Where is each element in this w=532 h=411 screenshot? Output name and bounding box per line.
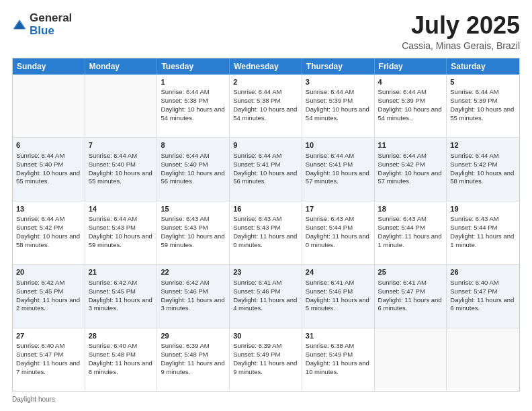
day-info: Sunrise: 6:39 AM Sunset: 5:48 PM Dayligh… (161, 342, 224, 375)
cal-cell: 16Sunrise: 6:43 AM Sunset: 5:43 PM Dayli… (230, 201, 302, 264)
day-info: Sunrise: 6:40 AM Sunset: 5:48 PM Dayligh… (89, 342, 152, 375)
day-number: 27 (16, 331, 81, 341)
day-number: 11 (378, 140, 443, 150)
cal-cell: 20Sunrise: 6:42 AM Sunset: 5:45 PM Dayli… (13, 265, 85, 327)
day-info: Sunrise: 6:42 AM Sunset: 5:46 PM Dayligh… (161, 279, 224, 312)
cal-cell: 18Sunrise: 6:43 AM Sunset: 5:44 PM Dayli… (375, 201, 447, 264)
cal-cell: 31Sunrise: 6:38 AM Sunset: 5:49 PM Dayli… (302, 328, 375, 391)
day-number: 9 (233, 140, 298, 150)
day-info: Sunrise: 6:44 AM Sunset: 5:40 PM Dayligh… (16, 152, 80, 185)
day-number: 1 (161, 77, 226, 87)
day-number: 17 (306, 204, 371, 214)
day-info: Sunrise: 6:40 AM Sunset: 5:47 PM Dayligh… (450, 279, 514, 312)
cal-header-cell: Thursday (302, 58, 375, 75)
day-number: 19 (450, 204, 516, 214)
cal-cell: 29Sunrise: 6:39 AM Sunset: 5:48 PM Dayli… (157, 328, 230, 391)
cal-cell: 3Sunrise: 6:44 AM Sunset: 5:39 PM Daylig… (302, 75, 375, 137)
day-number: 16 (233, 204, 298, 214)
day-number: 12 (450, 140, 516, 150)
day-info: Sunrise: 6:44 AM Sunset: 5:38 PM Dayligh… (161, 88, 224, 121)
day-info: Sunrise: 6:43 AM Sunset: 5:43 PM Dayligh… (161, 215, 224, 248)
logo-blue: Blue (30, 24, 54, 37)
day-info: Sunrise: 6:44 AM Sunset: 5:41 PM Dayligh… (233, 152, 297, 185)
day-info: Sunrise: 6:44 AM Sunset: 5:42 PM Dayligh… (450, 152, 514, 185)
day-info: Sunrise: 6:43 AM Sunset: 5:43 PM Dayligh… (233, 215, 297, 248)
sub-title: Cassia, Minas Gerais, Brazil (402, 40, 520, 51)
cal-cell (447, 328, 519, 391)
day-number: 30 (233, 331, 298, 341)
day-info: Sunrise: 6:44 AM Sunset: 5:42 PM Dayligh… (16, 215, 80, 248)
cal-cell: 25Sunrise: 6:41 AM Sunset: 5:47 PM Dayli… (375, 265, 447, 327)
cal-header-cell: Wednesday (230, 58, 302, 75)
day-number: 24 (306, 267, 371, 277)
cal-week: 27Sunrise: 6:40 AM Sunset: 5:47 PM Dayli… (13, 328, 519, 391)
cal-cell: 6Sunrise: 6:44 AM Sunset: 5:40 PM Daylig… (13, 138, 85, 200)
day-number: 29 (161, 331, 226, 341)
cal-cell: 26Sunrise: 6:40 AM Sunset: 5:47 PM Dayli… (447, 265, 519, 327)
day-number: 25 (378, 267, 443, 277)
title-block: July 2025 Cassia, Minas Gerais, Brazil (402, 12, 520, 51)
cal-cell: 19Sunrise: 6:43 AM Sunset: 5:44 PM Dayli… (447, 201, 519, 264)
cal-cell: 21Sunrise: 6:42 AM Sunset: 5:45 PM Dayli… (85, 265, 158, 327)
cal-cell: 14Sunrise: 6:44 AM Sunset: 5:43 PM Dayli… (85, 201, 158, 264)
cal-header-cell: Saturday (447, 58, 519, 75)
day-number: 28 (89, 331, 154, 341)
cal-header-cell: Friday (375, 58, 447, 75)
day-info: Sunrise: 6:44 AM Sunset: 5:40 PM Dayligh… (89, 152, 152, 185)
day-info: Sunrise: 6:44 AM Sunset: 5:40 PM Dayligh… (161, 152, 224, 185)
day-info: Sunrise: 6:41 AM Sunset: 5:46 PM Dayligh… (233, 279, 297, 312)
day-info: Sunrise: 6:39 AM Sunset: 5:49 PM Dayligh… (233, 342, 297, 375)
cal-header-cell: Sunday (13, 58, 85, 75)
day-info: Sunrise: 6:43 AM Sunset: 5:44 PM Dayligh… (306, 215, 369, 248)
calendar-header-row: SundayMondayTuesdayWednesdayThursdayFrid… (13, 58, 519, 75)
day-number: 13 (16, 204, 81, 214)
day-number: 18 (378, 204, 443, 214)
calendar-body: 1Sunrise: 6:44 AM Sunset: 5:38 PM Daylig… (13, 75, 519, 391)
cal-cell: 8Sunrise: 6:44 AM Sunset: 5:40 PM Daylig… (157, 138, 230, 200)
day-info: Sunrise: 6:44 AM Sunset: 5:41 PM Dayligh… (306, 152, 369, 185)
day-number: 22 (161, 267, 226, 277)
footer: Daylight hours (12, 396, 520, 403)
logo-text: General Blue (30, 12, 72, 37)
day-info: Sunrise: 6:42 AM Sunset: 5:45 PM Dayligh… (89, 279, 152, 312)
day-info: Sunrise: 6:40 AM Sunset: 5:47 PM Dayligh… (16, 342, 80, 375)
day-number: 5 (450, 77, 516, 87)
cal-cell: 17Sunrise: 6:43 AM Sunset: 5:44 PM Dayli… (302, 201, 375, 264)
cal-header-cell: Monday (85, 58, 158, 75)
calendar: SundayMondayTuesdayWednesdayThursdayFrid… (12, 58, 520, 392)
daylight-label: Daylight hours (12, 396, 55, 403)
cal-cell (375, 328, 447, 391)
day-info: Sunrise: 6:43 AM Sunset: 5:44 PM Dayligh… (378, 215, 442, 248)
day-info: Sunrise: 6:44 AM Sunset: 5:38 PM Dayligh… (233, 88, 297, 121)
cal-cell: 15Sunrise: 6:43 AM Sunset: 5:43 PM Dayli… (157, 201, 230, 264)
day-number: 2 (233, 77, 298, 87)
cal-week: 6Sunrise: 6:44 AM Sunset: 5:40 PM Daylig… (13, 138, 519, 201)
logo: General Blue (12, 12, 72, 37)
day-number: 21 (89, 267, 154, 277)
cal-cell: 5Sunrise: 6:44 AM Sunset: 5:39 PM Daylig… (447, 75, 519, 137)
logo-general: General (30, 11, 72, 24)
cal-week: 20Sunrise: 6:42 AM Sunset: 5:45 PM Dayli… (13, 265, 519, 328)
cal-cell: 4Sunrise: 6:44 AM Sunset: 5:39 PM Daylig… (375, 75, 447, 137)
day-info: Sunrise: 6:44 AM Sunset: 5:42 PM Dayligh… (378, 152, 442, 185)
day-number: 20 (16, 267, 81, 277)
day-number: 4 (378, 77, 443, 87)
cal-cell: 27Sunrise: 6:40 AM Sunset: 5:47 PM Dayli… (13, 328, 85, 391)
day-info: Sunrise: 6:41 AM Sunset: 5:47 PM Dayligh… (378, 279, 442, 312)
cal-week: 1Sunrise: 6:44 AM Sunset: 5:38 PM Daylig… (13, 75, 519, 138)
day-number: 3 (306, 77, 371, 87)
day-number: 26 (450, 267, 516, 277)
cal-cell: 9Sunrise: 6:44 AM Sunset: 5:41 PM Daylig… (230, 138, 302, 200)
day-info: Sunrise: 6:43 AM Sunset: 5:44 PM Dayligh… (450, 215, 514, 248)
day-number: 7 (89, 140, 154, 150)
cal-cell: 11Sunrise: 6:44 AM Sunset: 5:42 PM Dayli… (375, 138, 447, 200)
cal-header-cell: Tuesday (157, 58, 230, 75)
page: General Blue July 2025 Cassia, Minas Ger… (0, 0, 532, 411)
cal-cell: 1Sunrise: 6:44 AM Sunset: 5:38 PM Daylig… (157, 75, 230, 137)
cal-cell: 24Sunrise: 6:41 AM Sunset: 5:46 PM Dayli… (302, 265, 375, 327)
header: General Blue July 2025 Cassia, Minas Ger… (12, 12, 520, 51)
day-info: Sunrise: 6:38 AM Sunset: 5:49 PM Dayligh… (306, 342, 369, 375)
day-info: Sunrise: 6:44 AM Sunset: 5:43 PM Dayligh… (89, 215, 152, 248)
day-info: Sunrise: 6:44 AM Sunset: 5:39 PM Dayligh… (450, 88, 514, 121)
main-title: July 2025 (402, 12, 520, 39)
